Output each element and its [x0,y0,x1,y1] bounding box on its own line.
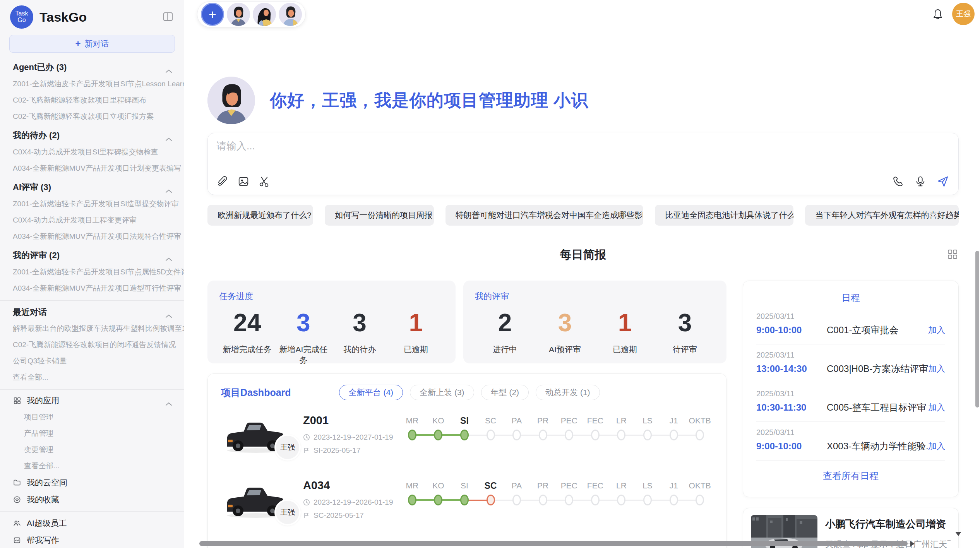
view-all-schedule-link[interactable]: 查看所有日程 [756,470,945,482]
join-meeting-link[interactable]: 加入 [928,324,945,336]
sidebar-item-star[interactable]: 我的收藏 [0,491,184,508]
stat-label: 已逾期 [595,344,655,355]
sidebar-item[interactable]: Z001-全新燃油轻卡产品开发项目SI节点属性5D文件评审 [0,264,184,280]
horizontal-scrollbar[interactable] [199,541,908,546]
sidebar-tool-people[interactable]: AI超级员工 [0,515,184,532]
schedule-date: 2025/03/11 [756,428,945,437]
user-avatar[interactable]: 王强 [952,3,975,25]
scroll-right-arrow-icon[interactable] [910,541,915,546]
sidebar-item[interactable]: A034-全新新能源MUV产品开发项目造型可行性评审 [0,280,184,296]
sidebar-collapse-icon[interactable] [163,12,173,22]
stat-cell: 2进行中 [475,306,535,355]
milestone-dot [487,495,495,505]
milestone-dot [434,430,442,440]
milestone-dot-zone [661,494,687,511]
suggestion-chip[interactable]: 欧洲新规最近颁布了什么? [207,205,313,226]
sidebar-item[interactable]: C02-飞腾新能源轻客改款项目里程碑画布 [0,92,184,108]
suggestion-chip[interactable]: 特朗普可能对进口汽车增税会对中国车企造成哪些影响 [445,205,643,226]
sidebar-group-header[interactable]: 我的评审 (2) [0,247,184,264]
milestone: SC [478,480,504,530]
sidebar-item[interactable]: 查看全部... [0,369,184,385]
chat-input[interactable] [216,139,950,166]
milestone: LS [634,480,661,530]
milestone-dot-zone [399,494,425,511]
dashboard-tab[interactable]: 动总开发 (1) [536,385,600,400]
milestone-dot-zone [556,494,582,511]
chevron-up-icon[interactable] [165,134,172,137]
milestone: J1 [661,415,687,465]
sidebar-item[interactable]: 公司Q3轻卡销量 [0,353,184,369]
sidebar-item[interactable]: C0X4-动力总成开发项目工程变更评审 [0,212,184,228]
sidebar-tool-write[interactable]: 帮我写作 [0,532,184,548]
agent-avatar-2[interactable] [253,3,276,26]
schedule-time: 10:30-11:30 [756,402,821,413]
sidebar-app-item[interactable]: 查看全部... [0,458,184,474]
sidebar-app-item[interactable]: 产品管理 [0,425,184,442]
agent-avatar-1[interactable] [227,3,250,26]
microphone-icon[interactable] [914,175,927,188]
join-meeting-link[interactable]: 加入 [928,440,945,452]
sidebar-app-item[interactable]: 项目管理 [0,409,184,425]
sidebar-group-header[interactable]: AI评审 (3) [0,179,184,196]
stat-cell: 3AI预评审 [535,306,595,355]
scroll-down-arrow-icon[interactable] [955,532,961,536]
agent-avatar-3[interactable] [279,3,302,26]
sidebar-item[interactable]: 解释最新出台的欧盟报废车法规再生塑料比例被调至15%... [0,320,184,337]
screenshot-scissors-icon[interactable] [258,175,271,188]
add-agent-button[interactable]: + [201,3,224,26]
sidebar-item[interactable]: A034-全新新能源MUV产品开发项目计划变更表编写 [0,160,184,176]
sidebar-item[interactable]: C02-飞腾新能源轻客改款项目立项汇报方案 [0,108,184,125]
suggestion-chip[interactable]: 比亚迪全固态电池计划具体说了什么 [655,205,793,226]
sidebar-item[interactable]: A034-全新新能源MUV产品开发项目法规符合性评审 [0,228,184,245]
send-icon[interactable] [937,175,949,188]
sidebar-item[interactable]: Z001-全新燃油轻卡产品开发项目SI造型提交物评审 [0,196,184,212]
layout-grid-icon[interactable] [947,249,958,260]
sidebar-group-header[interactable]: Agent已办 (3) [0,59,184,76]
sidebar-item-my-apps[interactable]: 我的应用 [0,392,184,409]
new-chat-button[interactable]: + 新对话 [9,35,175,53]
join-meeting-link[interactable]: 加入 [928,402,945,413]
schedule-name: X003-车辆动力学性能验... [821,440,928,452]
notification-bell-icon[interactable] [933,9,943,20]
project-dates-text: 2023-12-19~2027-01-19 [314,433,393,442]
project-dates-text: 2023-12-19~2026-01-19 [314,498,393,507]
phone-call-icon[interactable] [892,175,904,188]
chevron-up-icon[interactable] [165,399,172,402]
milestone: SC [478,415,504,465]
sidebar-groups: Agent已办 (3)Z001-全新燃油皮卡产品开发项目SI节点Lesson L… [0,55,184,385]
milestone-dot-zone [530,494,556,511]
sidebar-group-title: Agent已办 (3) [13,62,67,73]
greeting-block: 你好，王强，我是你的项目管理助理 小识 [207,77,959,124]
image-upload-icon[interactable] [237,175,250,188]
suggestion-chip[interactable]: 当下年轻人对汽车外观有怎样的喜好趋势 [805,205,959,226]
sidebar-item-folder[interactable]: 我的云空间 [0,474,184,491]
milestone-dot-zone [504,429,530,446]
apps-grid-icon [13,396,21,405]
chevron-up-icon[interactable] [165,65,172,69]
sidebar-item[interactable]: Z001-全新燃油皮卡产品开发项目SI节点Lesson Learn报告 [0,76,184,92]
sidebar-group-header[interactable]: 我的待办 (2) [0,127,184,144]
sidebar-item[interactable]: C02-飞腾新能源轻客改款项目的闭环通告反馈情况 [0,337,184,353]
stat-label: AI预评审 [535,344,595,355]
chevron-up-icon[interactable] [165,185,172,189]
dashboard-tab[interactable]: 年型 (2) [481,385,529,400]
dashboard-tabs: 全新平台 (4)全新上装 (3)年型 (2)动总开发 (1) [339,385,600,400]
attachment-icon[interactable] [216,175,229,188]
composer-right-icons [892,175,949,188]
vertical-scrollbar[interactable] [975,251,979,408]
sidebar-item[interactable]: C0X4-动力总成开发项目SI里程碑提交物检查 [0,144,184,160]
suggestion-chip[interactable]: 如何写一份清晰的项目周报 [325,205,434,226]
sidebar-group-header[interactable]: 最近对话 [0,300,184,320]
milestone-label: PA [512,480,522,494]
dashboard-tab[interactable]: 全新平台 (4) [339,385,403,400]
chevron-up-icon[interactable] [165,253,172,257]
dashboard-tab[interactable]: 全新上装 (3) [410,385,474,400]
milestone-dot-zone [582,429,608,446]
milestone: PA [504,480,530,530]
join-meeting-link[interactable]: 加入 [928,363,945,375]
milestone-dot-zone [634,494,661,511]
sidebar-app-item[interactable]: 变更管理 [0,442,184,458]
chevron-up-icon[interactable] [165,310,172,314]
milestone-dot [591,430,600,440]
milestone-dot-zone [582,494,608,511]
